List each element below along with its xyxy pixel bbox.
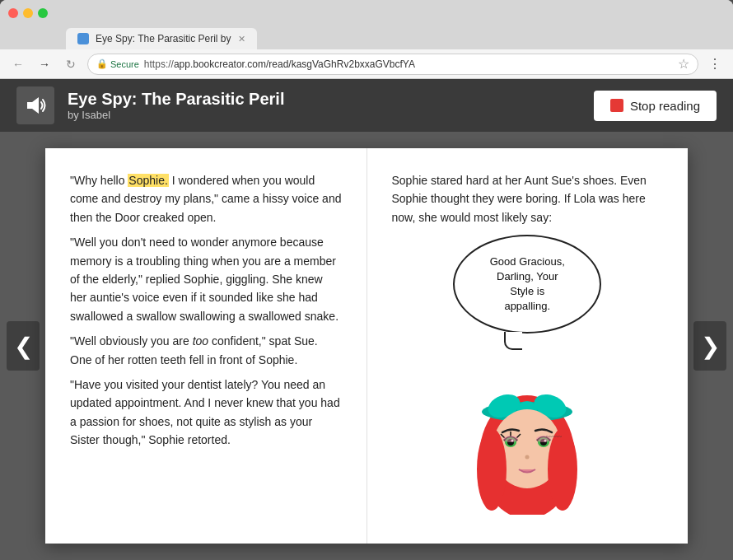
page-right: Sophie stared hard at her Aunt Sue's sho… bbox=[367, 148, 689, 544]
prev-page-button[interactable]: ❮ bbox=[7, 321, 40, 371]
tab-close-button[interactable]: ✕ bbox=[238, 34, 245, 44]
url-domain: app.bookcreator.com bbox=[174, 58, 266, 70]
book-title-area: Eye Spy: The Parasitic Peril by Isabel bbox=[68, 90, 594, 121]
forward-button[interactable]: → bbox=[35, 54, 54, 74]
tab-favicon bbox=[77, 33, 89, 44]
svg-point-8 bbox=[548, 428, 577, 511]
speech-bubble-text: Good Gracious,Darling, YourStyle isappal… bbox=[490, 254, 565, 315]
speaker-button[interactable] bbox=[16, 86, 54, 124]
character-svg: ~~~~~ bbox=[445, 350, 609, 515]
next-page-button[interactable]: ❯ bbox=[693, 321, 726, 371]
svg-point-18 bbox=[503, 436, 518, 442]
highlight-sophie: Sophie. bbox=[128, 174, 168, 187]
close-button[interactable] bbox=[8, 8, 18, 18]
left-paragraph-3: "Well obviously you are too confident," … bbox=[70, 332, 342, 369]
character-illustration: ~~~~~ bbox=[392, 350, 664, 515]
traffic-lights bbox=[8, 8, 48, 18]
bookmark-icon[interactable]: ☆ bbox=[678, 56, 689, 72]
book-title: Eye Spy: The Parasitic Peril bbox=[68, 90, 594, 109]
url-protocol: https:// bbox=[144, 58, 174, 70]
address-bar: ← → ↻ 🔒 Secure https://app.bookcreator.c… bbox=[0, 49, 733, 79]
url-path: /read/kasgVaGhRv2bxxaGVbcfYA bbox=[266, 58, 415, 70]
stop-icon bbox=[610, 99, 623, 112]
right-paragraph-1: Sophie stared hard at her Aunt Sue's sho… bbox=[392, 171, 664, 226]
italic-too: too bbox=[193, 334, 208, 348]
book-author: by Isabel bbox=[68, 109, 594, 121]
left-arrow-icon: ❮ bbox=[14, 333, 33, 360]
maximize-button[interactable] bbox=[38, 8, 48, 18]
svg-point-7 bbox=[477, 428, 507, 511]
url-bar[interactable]: 🔒 Secure https://app.bookcreator.com/rea… bbox=[87, 54, 698, 75]
speaker-icon bbox=[24, 94, 47, 117]
app-header: Eye Spy: The Parasitic Peril by Isabel S… bbox=[0, 79, 733, 132]
stop-reading-button[interactable]: Stop reading bbox=[594, 91, 717, 121]
back-button[interactable]: ← bbox=[8, 54, 28, 74]
svg-text:~~~~~: ~~~~~ bbox=[546, 433, 562, 440]
book-page: "Why hello Sophie. I wondered when you w… bbox=[45, 148, 688, 544]
right-arrow-icon: ❯ bbox=[701, 333, 720, 360]
reload-button[interactable]: ↻ bbox=[61, 54, 81, 74]
lock-icon: 🔒 bbox=[96, 58, 108, 69]
secure-badge: 🔒 Secure bbox=[96, 58, 139, 69]
page-left: "Why hello Sophie. I wondered when you w… bbox=[45, 148, 367, 544]
left-paragraph-4: "Have you visited your dentist lately? Y… bbox=[70, 376, 342, 450]
browser-chrome: Eye Spy: The Parasitic Peril by ✕ ← → ↻ … bbox=[0, 0, 733, 79]
svg-point-20 bbox=[525, 455, 530, 460]
secure-label: Secure bbox=[110, 59, 139, 69]
book-area: ❮ "Why hello Sophie. I wondered when you… bbox=[0, 132, 733, 560]
tab-bar: Eye Spy: The Parasitic Peril by ✕ bbox=[0, 26, 733, 49]
minimize-button[interactable] bbox=[23, 8, 33, 18]
tab-label: Eye Spy: The Parasitic Peril by bbox=[96, 33, 231, 44]
left-paragraph-1: "Why hello Sophie. I wondered when you w… bbox=[70, 171, 342, 226]
title-bar bbox=[0, 0, 733, 26]
left-paragraph-2: "Well you don't need to wonder anymore b… bbox=[70, 233, 342, 325]
stop-reading-label: Stop reading bbox=[630, 99, 700, 113]
browser-menu-button[interactable]: ⋮ bbox=[705, 54, 725, 74]
svg-marker-0 bbox=[27, 97, 39, 114]
speech-bubble: Good Gracious,Darling, YourStyle isappal… bbox=[453, 235, 601, 334]
speech-bubble-container: Good Gracious,Darling, YourStyle isappal… bbox=[392, 235, 664, 334]
url-text: https://app.bookcreator.com/read/kasgVaG… bbox=[144, 58, 415, 70]
browser-tab[interactable]: Eye Spy: The Parasitic Peril by ✕ bbox=[66, 28, 257, 49]
